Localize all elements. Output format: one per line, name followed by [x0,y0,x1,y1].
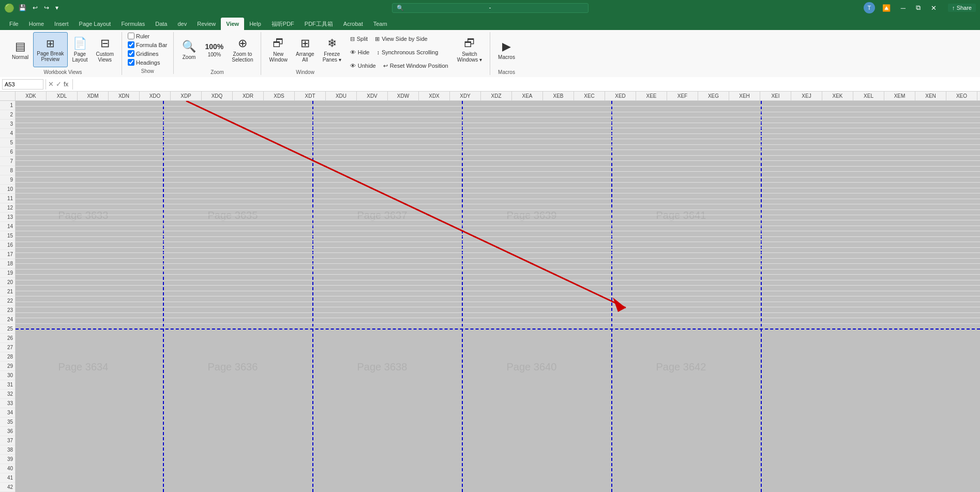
col-header-XEC[interactable]: XEC [574,92,605,100]
tab-page-layout[interactable]: Page Layout [74,18,116,30]
col-header-XDK[interactable]: XDK [16,92,47,100]
row-num-17: 17 [0,250,15,259]
user-avatar[interactable]: T [864,2,875,13]
headings-checkbox[interactable] [128,59,134,66]
col-header-XDL[interactable]: XDL [47,92,78,100]
quick-customize-btn[interactable]: ▾ [53,4,61,12]
col-header-XEE[interactable]: XEE [636,92,667,100]
zoom-100-btn[interactable]: 100% 100% [202,32,228,67]
tab-insert[interactable]: Insert [49,18,74,30]
tab-acrobat[interactable]: Acrobat [338,18,368,30]
tab-formulas[interactable]: Formulas [116,18,150,30]
col-header-XEH[interactable]: XEH [729,92,760,100]
quick-undo-btn[interactable]: ↩ [31,4,40,12]
switch-windows-btn[interactable]: 🗗 SwitchWindows ▾ [454,32,486,67]
col-header-XEF[interactable]: XEF [667,92,698,100]
tab-home[interactable]: Home [24,18,49,30]
restore-btn[interactable]: ⧉ [913,3,924,13]
col-header-XDQ[interactable]: XDQ [202,92,233,100]
zoom-btn[interactable]: 🔍 Zoom [178,32,201,67]
col-header-XEI[interactable]: XEI [760,92,791,100]
col-header-XED[interactable]: XED [605,92,636,100]
tab-team[interactable]: Team [368,18,393,30]
gridlines-label: Gridlines [136,51,158,57]
col-header-XDV[interactable]: XDV [357,92,388,100]
col-header-XDT[interactable]: XDT [295,92,326,100]
new-window-btn[interactable]: 🗗 NewWindow [265,32,291,67]
ribbon-display-btn[interactable]: 🔼 [879,3,894,13]
col-header-XDZ[interactable]: XDZ [481,92,512,100]
row-num-6: 6 [0,147,15,157]
arrange-all-btn[interactable]: ⊞ ArrangeAll [292,32,318,67]
col-header-XEN[interactable]: XEN [915,92,946,100]
formula-input[interactable] [77,81,978,87]
col-header-XEO[interactable]: XEO [946,92,977,100]
page-layout-btn[interactable]: 📄 PageLayout [69,32,92,67]
tab-data[interactable]: Data [150,18,172,30]
formula-bar-checkbox-label[interactable]: Formula Bar [126,41,169,49]
col-header-XDX[interactable]: XDX [419,92,450,100]
gridlines-checkbox-label[interactable]: Gridlines [126,50,169,57]
zoom-selection-btn[interactable]: ⊕ Zoom toSelection [228,32,257,67]
page-break-preview-btn[interactable]: ⊞ Page BreakPreview [33,32,67,67]
cell-ref-input[interactable] [2,79,43,90]
col-header-XEJ[interactable]: XEJ [791,92,822,100]
custom-views-btn[interactable]: ⊟ CustomViews [93,32,117,67]
col-header-XEM[interactable]: XEM [884,92,915,100]
tab-view[interactable]: View [221,18,244,30]
tab-help[interactable]: Help [244,18,266,30]
cancel-formula-icon[interactable]: ✕ [48,80,54,88]
col-header-XDU[interactable]: XDU [326,92,357,100]
view-side-by-side-btn[interactable]: ⊞ View Side by Side [372,33,430,44]
minimize-btn[interactable]: ─ [898,3,909,13]
show-label: Show [141,66,154,74]
macros-btn[interactable]: ▶ Macros [494,32,519,67]
confirm-formula-icon[interactable]: ✓ [56,80,62,88]
quick-save-btn[interactable]: 💾 [17,4,28,12]
ribbon-tabs: File Home Insert Page Layout Formulas Da… [0,16,980,30]
col-header-XDO[interactable]: XDO [140,92,171,100]
col-header-XDR[interactable]: XDR [233,92,264,100]
hide-btn[interactable]: 👁 Hide [347,47,373,58]
sync-scroll-btn[interactable]: ↕ Synchronous Scrolling [373,47,441,58]
col-header-XDS[interactable]: XDS [264,92,295,100]
freeze-panes-btn[interactable]: ❄ FreezePanes ▾ [319,32,345,67]
row-num-33: 33 [0,399,15,408]
col-header-XEB[interactable]: XEB [543,92,574,100]
page-label-Page-3638: Page 3638 [357,361,408,373]
insert-function-icon[interactable]: fx [64,81,68,88]
share-btn[interactable]: ↑ Share [948,4,976,12]
col-header-XEP[interactable]: XEP [977,92,980,100]
grid-cells[interactable]: Page 3633Page 3635Page 3637Page 3639Page… [16,101,980,492]
row-num-corner [0,92,16,100]
ruler-checkbox-label[interactable]: Ruler [126,32,169,40]
col-header-XEK[interactable]: XEK [822,92,853,100]
col-header-XDW[interactable]: XDW [388,92,419,100]
headings-checkbox-label[interactable]: Headings [126,58,169,66]
title-separator: - [489,4,491,11]
col-header-XDN[interactable]: XDN [109,92,140,100]
col-header-XEA[interactable]: XEA [512,92,543,100]
tab-dev[interactable]: dev [172,18,192,30]
col-header-XDP[interactable]: XDP [171,92,202,100]
tab-review[interactable]: Review [192,18,221,30]
reset-window-btn[interactable]: ↩ Reset Window Position [380,60,451,71]
spreadsheet-container: 1234567891011121314151617181920212223242… [0,101,980,492]
unhide-btn[interactable]: 👁 Unhide [347,60,379,71]
ruler-checkbox[interactable] [128,33,134,39]
close-btn[interactable]: ✕ [928,3,940,13]
col-header-XEL[interactable]: XEL [853,92,884,100]
quick-redo-btn[interactable]: ↪ [42,4,51,12]
col-header-XEG[interactable]: XEG [698,92,729,100]
grid-line-h-18 [16,199,980,199]
split-btn[interactable]: ⊟ Split [347,33,371,44]
tab-futing-pdf[interactable]: 福听PDF [266,18,299,30]
tab-file[interactable]: File [4,18,24,30]
red-arrow-svg [16,101,980,492]
col-header-XDM[interactable]: XDM [78,92,109,100]
formula-bar-checkbox[interactable] [128,41,134,48]
col-header-XDY[interactable]: XDY [450,92,481,100]
gridlines-checkbox[interactable] [128,50,134,57]
tab-pdf-tools[interactable]: PDF工具箱 [299,18,338,30]
normal-btn[interactable]: ▤ Normal [8,32,32,67]
